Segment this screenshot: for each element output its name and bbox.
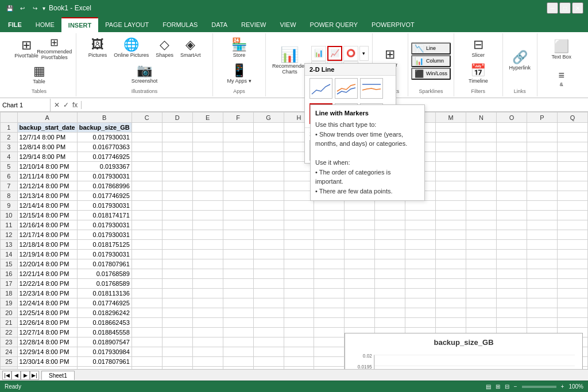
cell-10-H[interactable] [284,211,314,220]
more-button[interactable]: ≡ & [551,68,572,89]
cell-23-G[interactable] [253,337,284,347]
cell-6-H[interactable] [284,172,314,181]
cell-2-C[interactable] [131,133,162,142]
cell-19-F[interactable] [223,298,253,308]
cell-18-A[interactable]: 12/23/14 8:00 PM [17,289,77,298]
cell-25-H[interactable] [284,357,314,367]
cell-23-D[interactable] [162,337,192,347]
cell-12-O[interactable] [496,230,527,240]
cell-14-M[interactable] [436,250,466,259]
cell-14-E[interactable] [192,250,223,259]
cell-17-G[interactable] [253,279,284,289]
shapes-button[interactable]: ◇ Shapes [153,37,176,60]
cell-5-D[interactable] [162,162,192,172]
cell-10-O[interactable] [496,211,527,220]
cell-16-P[interactable] [527,269,557,279]
confirm-formula-button[interactable]: ✓ [62,101,70,109]
tab-review[interactable]: REVIEW [234,17,273,32]
online-pictures-button[interactable]: 🌐 Online Pictures [111,37,152,60]
cell-18-P[interactable] [527,289,557,298]
cell-6-G[interactable] [253,172,284,181]
cell-13-M[interactable] [436,240,466,250]
cell-18-J[interactable] [345,289,375,298]
cell-26-F[interactable] [223,367,253,370]
cell-5-F[interactable] [223,162,253,172]
cell-8-G[interactable] [253,191,284,201]
dropdown-line-option[interactable] [310,78,332,99]
cell-4-F[interactable] [223,152,253,162]
cell-8-E[interactable] [192,191,223,201]
cell-15-H[interactable] [284,259,314,269]
cell-9-Q[interactable] [557,201,587,211]
cell-13-E[interactable] [192,240,223,250]
cell-12-H[interactable] [284,230,314,240]
cell-3-F[interactable] [223,142,253,152]
cell-26-C[interactable] [131,367,162,370]
cell-4-A[interactable]: 12/9/14 8:00 PM [17,152,77,162]
cell-11-H[interactable] [284,220,314,230]
cell-24-D[interactable] [162,347,192,357]
cell-16-H[interactable] [284,269,314,279]
cell-17-K[interactable] [375,279,405,289]
cell-22-H[interactable] [284,328,314,337]
cell-20-Q[interactable] [557,308,587,318]
cell-11-J[interactable] [345,220,375,230]
cell-4-P[interactable] [527,152,557,162]
cell-21-I[interactable] [314,318,345,328]
cell-1-C[interactable] [131,123,162,133]
cell-16-A[interactable]: 12/21/14 8:00 PM [17,269,77,279]
cell-9-E[interactable] [192,201,223,211]
cell-24-F[interactable] [223,347,253,357]
cell-19-A[interactable]: 12/24/14 8:00 PM [17,298,77,308]
cell-19-H[interactable] [284,298,314,308]
cell-26-H[interactable] [284,367,314,370]
cell-12-N[interactable] [466,230,497,240]
dropdown-100-line-option[interactable] [360,78,383,99]
cell-14-L[interactable] [405,250,436,259]
cell-24-C[interactable] [131,347,162,357]
cell-15-Q[interactable] [557,259,587,269]
cell-9-C[interactable] [131,201,162,211]
view-page-break[interactable]: ⊟ [505,383,509,390]
cell-17-B[interactable]: 0.01768589 [77,279,131,289]
cell-7-N[interactable] [466,181,497,191]
cell-23-F[interactable] [223,337,253,347]
cell-11-P[interactable] [527,220,557,230]
cell-2-F[interactable] [223,133,253,142]
cell-13-F[interactable] [223,240,253,250]
cell-6-F[interactable] [223,172,253,181]
zoom-in[interactable]: + [561,383,564,390]
cell-20-E[interactable] [192,308,223,318]
cell-15-M[interactable] [436,259,466,269]
cell-13-A[interactable]: 12/18/14 8:00 PM [17,240,77,250]
cell-10-I[interactable] [314,211,345,220]
pictures-button[interactable]: 🖼 Pictures [86,37,110,60]
column-sparkline-button[interactable]: 📊 Column [411,55,451,67]
cell-14-O[interactable] [496,250,527,259]
cell-7-O[interactable] [496,181,527,191]
cell-13-G[interactable] [253,240,284,250]
cell-13-C[interactable] [131,240,162,250]
store-button[interactable]: 🏪 Store [229,37,250,60]
tab-powerpivot[interactable]: POWERPIVOT [365,17,421,32]
cell-7-Q[interactable] [557,181,587,191]
tab-file[interactable]: FILE [2,17,28,32]
cell-22-E[interactable] [192,328,223,337]
cell-9-I[interactable] [314,201,345,211]
undo-button[interactable]: ↩ [17,3,28,13]
cell-8-C[interactable] [131,191,162,201]
cell-13-L[interactable] [405,240,436,250]
cell-9-M[interactable] [436,201,466,211]
col-header-F[interactable]: F [223,112,253,123]
cell-26-A[interactable]: 12/31/14 8:00 PM [17,367,77,370]
cell-14-J[interactable] [345,250,375,259]
cell-15-A[interactable]: 12/20/14 8:00 PM [17,259,77,269]
cell-17-Q[interactable] [557,279,587,289]
cell-10-N[interactable] [466,211,497,220]
cell-26-I[interactable] [314,367,345,370]
cell-8-B[interactable]: 0.017746925 [77,191,131,201]
cell-18-G[interactable] [253,289,284,298]
view-layout[interactable]: ⊞ [496,383,500,390]
cell-10-D[interactable] [162,211,192,220]
cell-13-P[interactable] [527,240,557,250]
